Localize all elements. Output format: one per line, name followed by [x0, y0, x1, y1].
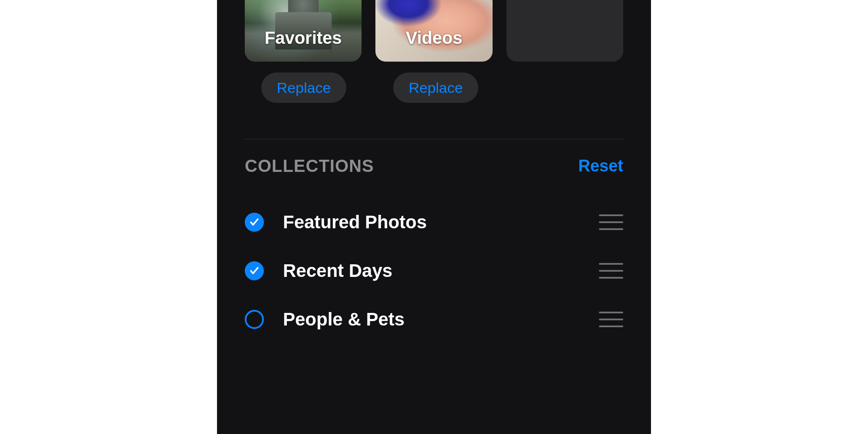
reorder-handle-icon[interactable] — [599, 312, 623, 327]
tile-favorites[interactable]: Favorites — [245, 0, 362, 62]
collections-header: COLLECTIONS Reset — [245, 156, 623, 176]
collection-item-featured-photos[interactable]: Featured Photos — [245, 198, 623, 247]
pinned-tiles-row: Favorites Videos — [217, 0, 651, 62]
checkbox-checked-icon[interactable] — [245, 213, 264, 232]
collection-label: Featured Photos — [283, 212, 580, 233]
tile-videos[interactable]: Videos — [375, 0, 492, 62]
replace-button-videos[interactable]: Replace — [393, 72, 479, 103]
tile-label: Favorites — [265, 28, 342, 48]
section-divider — [245, 139, 623, 139]
collections-title: COLLECTIONS — [245, 156, 374, 176]
checkbox-checked-icon[interactable] — [245, 261, 264, 280]
collections-list: Featured Photos Recent Days People & Pet… — [245, 198, 623, 344]
replace-row: Replace Replace — [245, 72, 627, 103]
tile-label: Videos — [406, 28, 462, 48]
collection-item-recent-days[interactable]: Recent Days — [245, 247, 623, 295]
tile-empty[interactable] — [506, 0, 623, 62]
collection-label: Recent Days — [283, 260, 580, 281]
reset-button[interactable]: Reset — [579, 157, 624, 175]
collection-item-people-pets[interactable]: People & Pets — [245, 295, 623, 344]
checkbox-unchecked-icon[interactable] — [245, 310, 264, 329]
reorder-handle-icon[interactable] — [599, 214, 623, 230]
collection-label: People & Pets — [283, 309, 580, 330]
replace-button-favorites[interactable]: Replace — [261, 72, 347, 103]
reorder-handle-icon[interactable] — [599, 263, 623, 279]
